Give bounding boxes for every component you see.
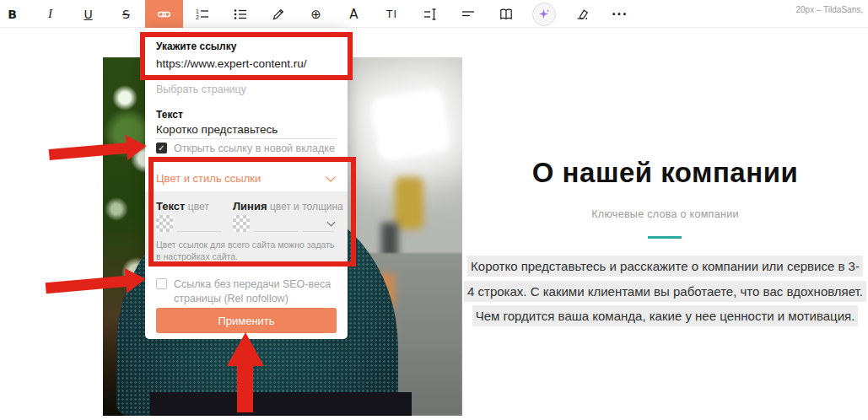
text-color-label-rest: цвет — [185, 201, 208, 213]
bullet-list-button[interactable] — [221, 0, 259, 28]
text-input[interactable]: Коротко представьтесь — [156, 123, 278, 136]
page-subtitle: Ключевые слова о компании — [462, 208, 868, 220]
chevron-down-icon[interactable] — [326, 172, 335, 181]
link-style-panel: Текст цвет Линия цвет и толщина Цвет ссы… — [145, 191, 348, 264]
svg-text:1: 1 — [196, 8, 199, 13]
pencil-icon — [272, 8, 285, 21]
divider-line — [648, 236, 682, 239]
font-size-indicator: 20px – TildaSans, — [796, 5, 864, 14]
open-new-tab-label: Открыть ссылку в новой вкладке — [174, 142, 342, 156]
ai-sparkle-icon — [532, 3, 556, 26]
page-content: О нашей компании Ключевые слова о компан… — [462, 0, 868, 420]
photo-lamp — [395, 177, 423, 229]
nofollow-label: Ссылка без передачи SEO-веса страницы (R… — [174, 277, 342, 305]
text-color-label: Текст цвет — [156, 200, 209, 213]
url-input-underline — [156, 76, 337, 77]
bold-button[interactable]: B — [0, 0, 31, 28]
line-label-rest: цвет и толщина — [267, 201, 343, 213]
link-style-section-title[interactable]: Цвет и стиль ссылки — [156, 172, 261, 185]
align-icon — [461, 8, 475, 21]
url-input[interactable]: https://www.expert-content.ru/ — [156, 57, 307, 70]
anchor-button[interactable]: ⊕ — [297, 0, 335, 28]
open-new-tab-row: ✓ Открыть ссылку в новой вкладке — [156, 142, 342, 156]
nofollow-row: Ссылка без передачи SEO-веса страницы (R… — [156, 277, 342, 305]
text-color-field-underline — [177, 231, 221, 232]
select-page-link[interactable]: Выбрать страницу — [156, 83, 246, 95]
annotation-arrow-apply — [227, 332, 264, 412]
line-height-icon — [423, 8, 437, 21]
svg-text:2: 2 — [196, 14, 199, 20]
eraser-icon — [575, 8, 589, 21]
line-height-button[interactable] — [411, 0, 449, 28]
text-style-button[interactable]: TI — [373, 0, 411, 28]
text-input-underline — [156, 138, 337, 139]
url-label: Укажите ссылку — [156, 40, 236, 52]
paragraph-line: 4 строках. С какими клиентами вы работае… — [464, 281, 866, 302]
text-label: Текст — [156, 109, 183, 121]
link-button[interactable] — [145, 0, 183, 28]
line-color-field-underline — [254, 231, 298, 232]
link-settings-popup: Укажите ссылку https://www.expert-conten… — [145, 28, 348, 339]
photo-person-pants — [150, 392, 412, 416]
book-icon — [499, 8, 513, 21]
page-title: О нашей компании — [462, 157, 868, 189]
text-color-label-bold: Текст — [156, 200, 185, 213]
dictionary-button[interactable] — [487, 0, 525, 28]
link-color-note: Цвет ссылок для всего сайта можно задать… — [156, 240, 338, 262]
nofollow-checkbox[interactable] — [156, 278, 167, 289]
bullet-list-icon — [234, 8, 247, 21]
underline-button[interactable]: U — [69, 0, 107, 28]
photo-studio-light — [369, 87, 452, 163]
align-button[interactable] — [449, 0, 487, 28]
more-options-button[interactable]: ··· — [601, 0, 639, 28]
font-color-button[interactable]: A — [335, 0, 373, 28]
italic-button[interactable]: I — [31, 0, 69, 28]
numbered-list-button[interactable]: 1 2 — [183, 0, 221, 28]
selected-paragraph[interactable]: Коротко представьтесь и расскажите о ком… — [430, 254, 868, 329]
link-icon — [157, 8, 171, 21]
ai-assistant-button[interactable] — [525, 0, 563, 28]
paragraph-line: Чем гордится ваша команда, какие у нее ц… — [472, 305, 859, 326]
strikethrough-button[interactable]: S — [107, 0, 145, 28]
line-color-label: Линия цвет и толщина — [233, 200, 343, 213]
clear-format-button[interactable] — [563, 0, 601, 28]
edit-pencil-button[interactable] — [259, 0, 297, 28]
line-color-swatch[interactable] — [233, 215, 250, 232]
text-color-swatch[interactable] — [156, 215, 173, 232]
apply-button[interactable]: Применить — [156, 308, 337, 333]
open-new-tab-checkbox[interactable]: ✓ — [156, 143, 167, 153]
line-label-bold: Линия — [233, 200, 267, 213]
text-editor-toolbar: B I U S 1 2 — [0, 0, 868, 28]
thickness-chevron-down-icon[interactable] — [327, 218, 336, 227]
numbered-list-icon: 1 2 — [196, 8, 209, 21]
line-thickness-field-underline — [303, 231, 334, 232]
paragraph-line: Коротко представьтесь и расскажите о ком… — [467, 256, 863, 277]
